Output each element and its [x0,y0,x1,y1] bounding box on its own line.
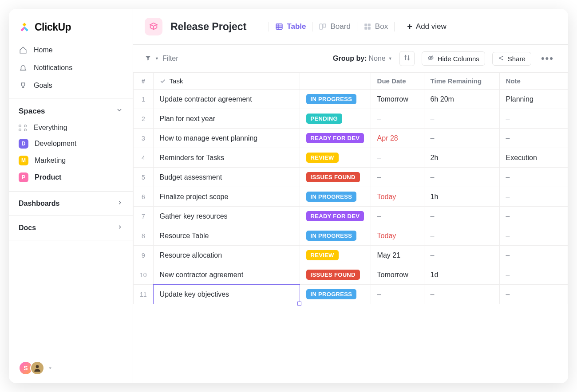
table-row[interactable]: 11Update key objectivesIN PROGRESS––– [134,285,568,304]
due-date-cell[interactable]: Today [371,187,424,207]
table-row[interactable]: 6Finalize project scopeIN PROGRESSToday1… [134,187,568,207]
note-cell[interactable]: – [499,285,568,304]
due-date-cell[interactable]: – [371,285,424,304]
task-name-cell[interactable]: Update contractor agreement [153,90,300,109]
due-date-cell[interactable]: – [371,168,424,187]
caret-down-icon[interactable] [48,364,52,372]
time-remaining-cell[interactable]: 1h [424,187,499,207]
table-row[interactable]: 3How to manage event planningREADY FOR D… [134,129,568,148]
note-cell[interactable]: – [499,226,568,246]
task-name-cell[interactable]: Plan for next year [153,109,300,129]
time-remaining-cell[interactable]: – [424,285,499,304]
due-date-cell[interactable]: – [371,148,424,168]
groupby-selector[interactable]: Group by: None ▼ [333,55,392,63]
time-remaining-cell[interactable]: – [424,168,499,187]
nav-dashboards[interactable]: Dashboards [9,192,133,212]
task-name-cell[interactable]: Reminders for Tasks [153,148,300,168]
space-item-product[interactable]: PProduct [9,169,133,186]
due-date-cell[interactable]: Tomorrow [371,90,424,109]
filter-button[interactable]: ▼ Filter [145,55,178,63]
view-tab-board[interactable]: Board [319,22,350,31]
task-name-cell[interactable]: Resource allocation [153,246,300,265]
status-cell[interactable]: READY FOR DEV [300,207,371,226]
due-date-cell[interactable]: – [371,207,424,226]
column-task[interactable]: Task [153,73,300,90]
note-cell[interactable]: Planning [499,90,568,109]
table-row[interactable]: 1Update contractor agreementIN PROGRESST… [134,90,568,109]
time-remaining-cell[interactable]: 1d [424,265,499,285]
logo[interactable]: ClickUp [9,9,133,41]
note-cell[interactable]: – [499,246,568,265]
time-remaining-cell[interactable]: 6h 20m [424,90,499,109]
column-status[interactable] [300,73,371,90]
table-row[interactable]: 5Budget assessmentISSUES FOUND––– [134,168,568,187]
task-name-cell[interactable]: Budget assessment [153,168,300,187]
column-time-remaining[interactable]: Time Remaining [424,73,499,90]
time-remaining-cell[interactable]: – [424,129,499,148]
status-cell[interactable]: ISSUES FOUND [300,168,371,187]
view-tab-table[interactable]: Table [275,22,306,31]
nav-home[interactable]: Home [9,41,133,59]
svg-point-0 [36,365,39,368]
due-date-cell[interactable]: Today [371,226,424,246]
status-cell[interactable]: IN PROGRESS [300,90,371,109]
note-cell[interactable]: – [499,129,568,148]
user-avatars[interactable]: S [19,361,52,375]
avatar[interactable] [30,361,44,375]
due-date-cell[interactable]: Tomorrow [371,265,424,285]
space-item-development[interactable]: DDevelopment [9,135,133,152]
status-cell[interactable]: IN PROGRESS [300,187,371,207]
view-tab-box[interactable]: Box [364,22,388,31]
table-row[interactable]: 10New contractor agreementISSUES FOUNDTo… [134,265,568,285]
table-row[interactable]: 4Reminders for TasksREVIEW–2hExecution [134,148,568,168]
svg-rect-10 [368,27,371,30]
status-cell[interactable]: IN PROGRESS [300,285,371,304]
time-remaining-cell[interactable]: 2h [424,148,499,168]
task-name-cell[interactable]: New contractor agreement [153,265,300,285]
status-cell[interactable]: REVIEW [300,148,371,168]
time-remaining-cell[interactable]: – [424,226,499,246]
due-date-cell[interactable]: May 21 [371,246,424,265]
status-cell[interactable]: READY FOR DEV [300,129,371,148]
note-cell[interactable]: – [499,207,568,226]
space-item-marketing[interactable]: MMarketing [9,152,133,169]
space-everything[interactable]: Everything [9,120,133,135]
nav-docs[interactable]: Docs [9,216,133,236]
status-cell[interactable]: REVIEW [300,246,371,265]
nav-goals[interactable]: Goals [9,77,133,94]
note-cell[interactable]: – [499,187,568,207]
spaces-header[interactable]: Spaces [9,98,133,120]
table-row[interactable]: 7Gather key resourcesREADY FOR DEV––– [134,207,568,226]
table-row[interactable]: 2Plan for next yearPENDING––– [134,109,568,129]
status-cell[interactable]: ISSUES FOUND [300,265,371,285]
column-note[interactable]: Note [499,73,568,90]
column-number[interactable]: # [134,73,154,90]
task-name-cell[interactable]: Update key objectives [153,285,300,304]
status-cell[interactable]: PENDING [300,109,371,129]
note-cell[interactable]: – [499,168,568,187]
time-remaining-cell[interactable]: – [424,207,499,226]
table-row[interactable]: 9Resource allocationREVIEWMay 21–– [134,246,568,265]
more-options-button[interactable]: ••• [538,53,557,64]
note-cell[interactable]: – [499,109,568,129]
share-label: Share [508,55,526,63]
task-name-cell[interactable]: How to manage event planning [153,129,300,148]
time-remaining-cell[interactable]: – [424,109,499,129]
note-cell[interactable]: – [499,265,568,285]
due-date-cell[interactable]: – [371,109,424,129]
status-cell[interactable]: IN PROGRESS [300,226,371,246]
due-date-cell[interactable]: Apr 28 [371,129,424,148]
table-row[interactable]: 8Resource TableIN PROGRESSToday–– [134,226,568,246]
sort-button[interactable] [399,51,415,66]
task-name-cell[interactable]: Finalize project scope [153,187,300,207]
task-name-cell[interactable]: Gather key resources [153,207,300,226]
column-due-date[interactable]: Due Date [371,73,424,90]
share-button[interactable]: Share [492,52,531,66]
nav-notifications[interactable]: Notifications [9,59,133,77]
hide-columns-button[interactable]: Hide Columns [422,51,485,66]
note-cell[interactable]: Execution [499,148,568,168]
task-name-cell[interactable]: Resource Table [153,226,300,246]
time-remaining-cell[interactable]: – [424,246,499,265]
add-view-button[interactable]: + Add view [407,22,447,32]
svg-line-16 [500,57,502,58]
